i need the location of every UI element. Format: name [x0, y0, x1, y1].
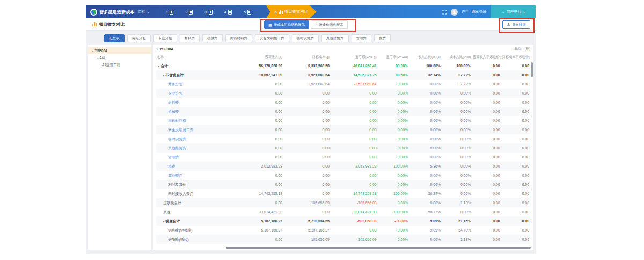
cell: 0.00 [472, 100, 501, 104]
cell: 0.00 [472, 192, 501, 196]
tab-管理费[interactable]: 管理费 [352, 34, 372, 42]
export-report-button[interactable]: 导出报表 [502, 20, 530, 29]
tab-周转材料费[interactable]: 周转材料费 [225, 34, 253, 42]
row-name[interactable]: 管理费 [156, 155, 231, 160]
nav-step-3[interactable]: 3 [204, 10, 212, 15]
table-row: 其他费用0.000.000.000.00%0.00%0.00%0.000.00 [156, 171, 530, 180]
cell: 0.00 [331, 155, 378, 159]
chevron-down-icon: ▾ [148, 10, 150, 14]
app-subtitle[interactable]: 目标 [138, 10, 145, 15]
back-icon[interactable]: ‹ [156, 46, 158, 52]
cell: 0.00 [501, 155, 530, 159]
row-name[interactable]: 劳务分包 [156, 82, 231, 87]
cell: 0.00 [472, 219, 501, 223]
collapse-icon[interactable]: - [92, 49, 93, 53]
cell: 0.00 [472, 82, 501, 86]
cell: 0.00 [331, 228, 378, 232]
nav-step-4[interactable]: 4 [224, 10, 232, 15]
cell: 100.00% [378, 164, 409, 168]
row-name[interactable]: 材料费 [156, 100, 231, 105]
nav-step-active[interactable]: 6 项目收支对比 [266, 5, 317, 18]
horizontal-scrollbar[interactable] [226, 247, 531, 249]
collapse-icon[interactable]: - [97, 56, 98, 60]
row-name: 未对接收入费用 [156, 191, 231, 197]
table-row: 管理费0.000.000.000.00%0.00%0.00%0.000.00 [156, 153, 530, 162]
fullscreen-icon[interactable] [442, 10, 447, 15]
view-button-label: 按成本汇总结构展示 [274, 23, 305, 27]
nav-step-1[interactable]: 1 [166, 10, 173, 15]
row-name[interactable]: - 税金合计 [156, 219, 231, 224]
cell: 3,521,869.64 [283, 73, 331, 77]
cell: 0.00 [501, 210, 530, 214]
cell: 0.00% [378, 183, 409, 186]
cell: 105,656.09 [283, 201, 331, 205]
logout-link[interactable]: 退出登录 [472, 9, 486, 15]
logo-area[interactable]: 智多星建造新成本 目标 ▾ [86, 9, 150, 16]
cell: 0.00 [283, 210, 331, 214]
cell: 100.00% [442, 64, 472, 68]
nav-step-5[interactable]: 5 [244, 10, 251, 15]
unit-label: 单位：(元) [515, 47, 530, 52]
cell: 0.00 [501, 100, 530, 104]
row-name[interactable]: 机械费 [156, 109, 231, 114]
view-by-price-structure-button[interactable]: ◔ 按造价结构展示 [311, 20, 348, 29]
view-by-cost-summary-button[interactable]: ▦ 按成本汇总结构展示 [264, 20, 309, 29]
comparison-table-panel: ‹ YSF004 单位：(元) 名称预算收入(a)目标成本(g)盈亏额(C=a-… [153, 45, 533, 250]
tab-税费[interactable]: 税费 [374, 34, 391, 42]
nav-step-2[interactable]: 2 [185, 10, 193, 15]
cell: 0.00% [442, 192, 472, 196]
cell: 0.00% [378, 228, 409, 232]
tab-机械费[interactable]: 机械费 [202, 34, 223, 42]
tab-材料费[interactable]: 材料费 [180, 34, 200, 42]
row-name[interactable]: 税费 [156, 164, 231, 169]
row-name[interactable]: 其他措施费 [156, 146, 231, 151]
cell: 0.00 [501, 128, 530, 132]
tab-临时设施费[interactable]: 临时设施费 [292, 34, 319, 42]
tab-劳务分包[interactable]: 劳务分包 [127, 34, 151, 42]
tab-其他措施费[interactable]: 其他措施费 [321, 34, 349, 42]
row-name[interactable]: 专业分包 [156, 91, 231, 96]
cell: 58.77% [409, 210, 442, 214]
cell: 100.00% [378, 192, 409, 196]
cell: 3,013,983.23 [231, 164, 283, 168]
cell: 0.00 [283, 183, 331, 186]
tree-item-A标[interactable]: -A标 [88, 54, 151, 61]
row-name[interactable]: - 不含税合计 [156, 73, 231, 78]
platform-label: 管理平台 [507, 9, 521, 15]
cell: 0.00% [409, 174, 442, 177]
step-number: 6 [274, 10, 276, 15]
vertical-scrollbar[interactable] [531, 62, 533, 77]
table-row: 未对接收入费用14,743,258.180.0014,743,258.18100… [156, 189, 530, 198]
cell: 0.00% [378, 174, 409, 177]
user-name[interactable]: 户** [462, 9, 468, 15]
cell: 0.00 [283, 155, 331, 159]
row-name[interactable]: 临时设施费 [156, 136, 231, 142]
cell: 0.00 [231, 174, 283, 177]
tab-专业分包[interactable]: 专业分包 [153, 34, 177, 42]
column-header: 目标成本(g) [283, 55, 331, 60]
cell: 80.50% [378, 73, 409, 77]
cell: 0.00% [442, 155, 472, 159]
tree-item-YSF004[interactable]: -YSF004 [88, 47, 151, 54]
cell: 0.00 [472, 201, 501, 205]
cell: 0.00% [409, 100, 442, 104]
row-name[interactable]: 周转材料费 [156, 118, 231, 124]
cell: 0.00 [331, 174, 378, 177]
cell: 5,710,034.65 [283, 219, 331, 223]
tree-item-label: A标 [99, 56, 105, 60]
user-avatar[interactable] [451, 9, 458, 16]
tree-item-A1建筑工程[interactable]: A1建筑工程 [88, 61, 151, 68]
cell: 0.00% [378, 100, 409, 104]
cell: 0.00% [409, 119, 442, 122]
tab-安全文明施工费[interactable]: 安全文明施工费 [255, 34, 289, 42]
tab-汇总表[interactable]: 汇总表 [104, 34, 125, 42]
cell: 0.00% [442, 164, 472, 168]
table-row: - 税金合计5,107,166.275,710,034.65-602,868.3… [156, 216, 530, 226]
row-name[interactable]: 安全文明施工费 [156, 127, 231, 133]
cell: 0.00% [409, 155, 442, 159]
platform-switch-button[interactable]: → 管理平台 ▾ [491, 5, 536, 18]
row-name[interactable]: 其他费用 [156, 173, 231, 178]
cell: 0.00 [231, 137, 283, 141]
row-name[interactable]: - 合计 [156, 63, 231, 69]
cell: 0.00 [231, 100, 283, 104]
